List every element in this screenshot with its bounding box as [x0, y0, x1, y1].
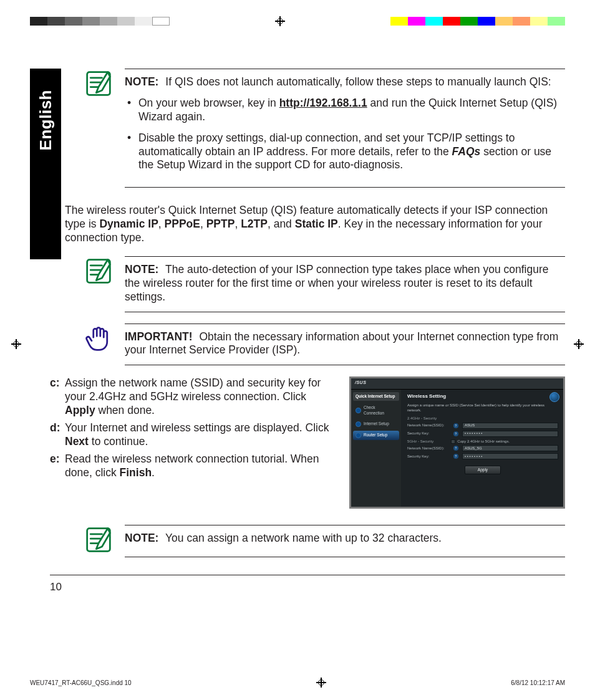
apply-button[interactable]: Apply — [465, 466, 501, 474]
registration-mark-icon — [574, 339, 584, 349]
note-text: The auto-detection of your ISP connectio… — [125, 263, 549, 303]
page-content: English NOTE: If QIS does not launch aut… — [30, 69, 565, 663]
hint-icon[interactable]: ? — [453, 431, 458, 436]
step-body: Your Internet and wireless settings are … — [65, 421, 339, 449]
registration-mark-icon — [11, 339, 21, 349]
print-registration-top — [0, 16, 595, 26]
language-tab: English — [30, 69, 61, 259]
field-key-24: Security Key: ? • • • • • • • • — [407, 431, 558, 437]
step-body: Assign the network name (SSID) and secur… — [65, 376, 339, 418]
sidebar-item-check-connection[interactable]: Check Connection — [353, 403, 399, 417]
help-icon[interactable] — [549, 392, 559, 402]
print-datetime: 6/8/12 10:12:17 AM — [511, 679, 565, 686]
router-logo: /SUS — [355, 380, 366, 386]
sidebar-item-router-setup[interactable]: Router Setup — [353, 431, 399, 440]
key-24-input[interactable]: • • • • • • • • — [462, 431, 558, 437]
indd-filename: WEU7417_RT-AC66U_QSG.indd 10 — [30, 679, 132, 686]
step-d: d: Your Internet and wireless settings a… — [50, 421, 339, 449]
section-5ghz: 5GHz - Security Copy 2.4GHz to 5GHz sett… — [407, 439, 558, 444]
step-dot-icon — [356, 433, 361, 438]
registration-mark-icon — [316, 678, 326, 688]
page-number: 10 — [50, 575, 565, 593]
note-icon — [85, 544, 112, 556]
ssid-5-input[interactable]: ASUS_5G — [462, 445, 558, 451]
router-main-panel: Wireless Setting Assign a unique name or… — [401, 390, 563, 507]
field-ssid-5: Network Name(SSID): ? ASUS_5G — [407, 445, 558, 451]
ssid-24-input[interactable]: ASUS — [462, 423, 558, 429]
step-marker: c: — [50, 376, 65, 418]
sidebar-title: Quick Internet Setup — [353, 392, 399, 401]
field-key-5: Security Key: ? • • • • • • • • — [407, 453, 558, 459]
important-label: IMPORTANT! — [125, 330, 193, 343]
step-b: b: The wireless router's Quick Internet … — [50, 204, 565, 245]
stop-hand-icon — [85, 342, 112, 355]
checkbox-icon — [451, 439, 455, 444]
section-24ghz: 2.4GHz - Security — [407, 416, 558, 421]
step-body: The wireless router's Quick Internet Set… — [65, 204, 565, 245]
step-e: e: Read the wireless network connection … — [50, 453, 339, 480]
router-topbar: /SUS — [351, 378, 563, 390]
note-label: NOTE: — [125, 532, 158, 544]
registration-mark-icon — [275, 16, 285, 26]
note-block: NOTE: You can assign a network name with… — [85, 525, 565, 557]
hint-icon[interactable]: ? — [453, 454, 458, 459]
note-text: You can assign a network name with up to… — [165, 532, 442, 544]
field-ssid-24: Network Name(SSID): ? ASUS — [407, 423, 558, 429]
url-text: http://192.168.1.1 — [279, 97, 367, 109]
hint-icon[interactable]: ? — [453, 423, 458, 428]
note-icon — [85, 87, 112, 100]
step-marker: e: — [50, 453, 65, 480]
panel-description: Assign a unique name or SSID (Service Se… — [407, 403, 558, 413]
note-bullet: On your web browser, key in http://192.1… — [125, 97, 565, 124]
router-sidebar: Quick Internet Setup Check Connection In… — [351, 390, 401, 507]
note-bullet: Disable the proxy settings, dial-up conn… — [125, 132, 565, 173]
hint-icon[interactable]: ? — [453, 446, 458, 451]
note-label: NOTE: — [125, 75, 158, 88]
router-ui-screenshot: /SUS Quick Internet Setup Check Connecti… — [349, 376, 565, 509]
key-5-input[interactable]: • • • • • • • • — [462, 453, 558, 459]
note-block: NOTE: The auto-detection of your ISP con… — [85, 256, 565, 312]
step-body: Read the wireless network connection tut… — [65, 453, 339, 480]
step-dot-icon — [356, 421, 361, 427]
note-block: NOTE: If QIS does not launch automatical… — [85, 69, 565, 188]
step-marker: d: — [50, 421, 65, 449]
note-icon — [85, 275, 112, 287]
note-label: NOTE: — [125, 263, 158, 276]
panel-heading: Wireless Setting — [407, 393, 558, 400]
sidebar-item-internet-setup[interactable]: Internet Setup — [353, 420, 399, 429]
important-block: IMPORTANT! Obtain the necessary informat… — [85, 324, 565, 366]
print-registration-bottom: WEU7417_RT-AC66U_QSG.indd 10 6/8/12 10:1… — [0, 676, 595, 689]
note-text: NOTE: If QIS does not launch automatical… — [125, 75, 551, 88]
note-bullet-list: On your web browser, key in http://192.1… — [125, 97, 565, 172]
step-c: c: Assign the network name (SSID) and se… — [50, 376, 339, 418]
language-tab-label: English — [36, 90, 56, 150]
copy-settings-checkbox[interactable]: Copy 2.4GHz to 5GHz settings. — [451, 439, 510, 444]
step-dot-icon — [356, 408, 361, 413]
